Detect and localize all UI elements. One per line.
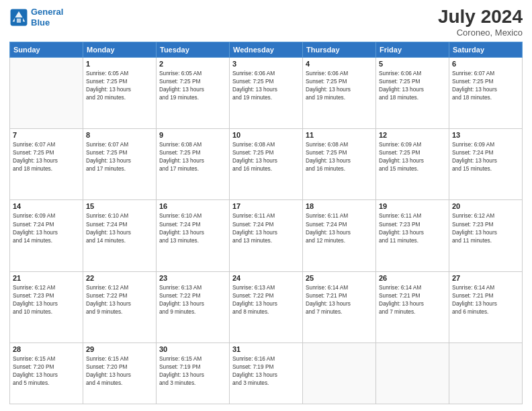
col-sunday: Sunday xyxy=(10,42,83,57)
col-monday: Monday xyxy=(83,42,157,57)
calendar-cell: 9Sunrise: 6:08 AMSunset: 7:25 PMDaylight… xyxy=(157,129,230,200)
day-number: 13 xyxy=(452,131,519,139)
day-info: Sunrise: 6:14 AMSunset: 7:21 PMDaylight:… xyxy=(306,283,373,316)
day-number: 21 xyxy=(13,274,80,282)
calendar-cell: 18Sunrise: 6:11 AMSunset: 7:24 PMDayligh… xyxy=(303,200,376,271)
calendar-cell: 31Sunrise: 6:16 AMSunset: 7:19 PMDayligh… xyxy=(230,343,303,404)
day-number: 11 xyxy=(306,131,373,139)
day-info: Sunrise: 6:11 AMSunset: 7:24 PMDaylight:… xyxy=(232,212,300,244)
calendar-cell: 21Sunrise: 6:12 AMSunset: 7:23 PMDayligh… xyxy=(10,271,83,342)
calendar-header-row: Sunday Monday Tuesday Wednesday Thursday… xyxy=(10,42,523,57)
page: General Blue July 2024 Coroneo, Mexico S… xyxy=(0,0,532,411)
day-number: 23 xyxy=(159,274,226,282)
day-info: Sunrise: 6:10 AMSunset: 7:24 PMDaylight:… xyxy=(86,212,153,244)
logo-text: General Blue xyxy=(31,7,63,28)
day-info: Sunrise: 6:14 AMSunset: 7:21 PMDaylight:… xyxy=(379,283,446,316)
day-number: 19 xyxy=(379,202,446,210)
calendar-cell: 3Sunrise: 6:06 AMSunset: 7:25 PMDaylight… xyxy=(230,57,303,128)
calendar-cell: 6Sunrise: 6:07 AMSunset: 7:25 PMDaylight… xyxy=(449,57,523,128)
day-info: Sunrise: 6:15 AMSunset: 7:19 PMDaylight:… xyxy=(159,355,226,387)
day-number: 5 xyxy=(379,60,446,68)
day-number: 10 xyxy=(232,131,300,139)
calendar-cell: 4Sunrise: 6:06 AMSunset: 7:25 PMDaylight… xyxy=(303,57,376,128)
day-number: 26 xyxy=(379,274,446,282)
day-number: 1 xyxy=(86,60,153,68)
logo-line1: General xyxy=(31,7,63,17)
calendar-cell: 19Sunrise: 6:11 AMSunset: 7:23 PMDayligh… xyxy=(376,200,449,271)
calendar-cell xyxy=(449,343,523,404)
calendar-cell: 22Sunrise: 6:12 AMSunset: 7:22 PMDayligh… xyxy=(83,271,157,342)
day-number: 18 xyxy=(306,202,373,210)
logo-icon xyxy=(9,8,28,27)
calendar-cell xyxy=(376,343,449,404)
calendar-cell: 7Sunrise: 6:07 AMSunset: 7:25 PMDaylight… xyxy=(10,129,83,200)
day-number: 8 xyxy=(86,131,153,139)
title-block: July 2024 Coroneo, Mexico xyxy=(438,7,523,38)
day-info: Sunrise: 6:15 AMSunset: 7:20 PMDaylight:… xyxy=(13,355,80,387)
day-info: Sunrise: 6:08 AMSunset: 7:25 PMDaylight:… xyxy=(232,140,300,173)
day-info: Sunrise: 6:06 AMSunset: 7:25 PMDaylight:… xyxy=(232,69,300,101)
calendar-cell: 12Sunrise: 6:09 AMSunset: 7:25 PMDayligh… xyxy=(376,129,449,200)
day-number: 27 xyxy=(452,274,519,282)
col-thursday: Thursday xyxy=(303,42,376,57)
day-number: 17 xyxy=(232,202,300,210)
day-number: 3 xyxy=(232,60,300,68)
day-info: Sunrise: 6:11 AMSunset: 7:24 PMDaylight:… xyxy=(306,212,373,244)
day-number: 25 xyxy=(306,274,373,282)
calendar-cell: 25Sunrise: 6:14 AMSunset: 7:21 PMDayligh… xyxy=(303,271,376,342)
day-number: 20 xyxy=(452,202,519,210)
calendar-cell: 15Sunrise: 6:10 AMSunset: 7:24 PMDayligh… xyxy=(83,200,157,271)
day-number: 7 xyxy=(13,131,80,139)
calendar-cell: 24Sunrise: 6:13 AMSunset: 7:22 PMDayligh… xyxy=(230,271,303,342)
calendar-cell: 10Sunrise: 6:08 AMSunset: 7:25 PMDayligh… xyxy=(230,129,303,200)
calendar-cell: 23Sunrise: 6:13 AMSunset: 7:22 PMDayligh… xyxy=(157,271,230,342)
day-info: Sunrise: 6:08 AMSunset: 7:25 PMDaylight:… xyxy=(306,140,373,173)
day-info: Sunrise: 6:07 AMSunset: 7:25 PMDaylight:… xyxy=(86,140,153,173)
day-number: 29 xyxy=(86,345,153,353)
day-number: 30 xyxy=(159,345,226,353)
calendar-cell: 29Sunrise: 6:15 AMSunset: 7:20 PMDayligh… xyxy=(83,343,157,404)
day-info: Sunrise: 6:13 AMSunset: 7:22 PMDaylight:… xyxy=(232,283,300,316)
calendar-cell: 1Sunrise: 6:05 AMSunset: 7:25 PMDaylight… xyxy=(83,57,157,128)
day-info: Sunrise: 6:10 AMSunset: 7:24 PMDaylight:… xyxy=(159,212,226,244)
calendar-cell: 16Sunrise: 6:10 AMSunset: 7:24 PMDayligh… xyxy=(157,200,230,271)
day-info: Sunrise: 6:16 AMSunset: 7:19 PMDaylight:… xyxy=(232,355,300,387)
day-info: Sunrise: 6:09 AMSunset: 7:24 PMDaylight:… xyxy=(452,140,519,173)
col-friday: Friday xyxy=(376,42,449,57)
day-number: 9 xyxy=(159,131,226,139)
col-tuesday: Tuesday xyxy=(157,42,230,57)
calendar-cell: 27Sunrise: 6:14 AMSunset: 7:21 PMDayligh… xyxy=(449,271,523,342)
calendar-cell: 30Sunrise: 6:15 AMSunset: 7:19 PMDayligh… xyxy=(157,343,230,404)
day-info: Sunrise: 6:13 AMSunset: 7:22 PMDaylight:… xyxy=(159,283,226,316)
calendar-cell xyxy=(303,343,376,404)
calendar-cell: 2Sunrise: 6:05 AMSunset: 7:25 PMDaylight… xyxy=(157,57,230,128)
day-info: Sunrise: 6:12 AMSunset: 7:22 PMDaylight:… xyxy=(86,283,153,316)
svg-rect-3 xyxy=(17,18,21,22)
day-number: 31 xyxy=(232,345,300,353)
day-info: Sunrise: 6:15 AMSunset: 7:20 PMDaylight:… xyxy=(86,355,153,387)
calendar-table: Sunday Monday Tuesday Wednesday Thursday… xyxy=(9,42,523,404)
day-number: 6 xyxy=(452,60,519,68)
col-saturday: Saturday xyxy=(449,42,523,57)
day-number: 2 xyxy=(159,60,226,68)
day-number: 24 xyxy=(232,274,300,282)
day-info: Sunrise: 6:12 AMSunset: 7:23 PMDaylight:… xyxy=(13,283,80,316)
col-wednesday: Wednesday xyxy=(230,42,303,57)
calendar-cell: 20Sunrise: 6:12 AMSunset: 7:23 PMDayligh… xyxy=(449,200,523,271)
calendar-cell: 11Sunrise: 6:08 AMSunset: 7:25 PMDayligh… xyxy=(303,129,376,200)
location: Coroneo, Mexico xyxy=(438,28,523,38)
calendar-cell xyxy=(10,57,83,128)
day-info: Sunrise: 6:09 AMSunset: 7:24 PMDaylight:… xyxy=(13,212,80,244)
calendar-cell: 5Sunrise: 6:06 AMSunset: 7:25 PMDaylight… xyxy=(376,57,449,128)
day-info: Sunrise: 6:14 AMSunset: 7:21 PMDaylight:… xyxy=(452,283,519,316)
calendar-cell: 17Sunrise: 6:11 AMSunset: 7:24 PMDayligh… xyxy=(230,200,303,271)
calendar-cell: 26Sunrise: 6:14 AMSunset: 7:21 PMDayligh… xyxy=(376,271,449,342)
day-number: 4 xyxy=(306,60,373,68)
day-info: Sunrise: 6:05 AMSunset: 7:25 PMDaylight:… xyxy=(159,69,226,101)
logo-line2: Blue xyxy=(31,17,50,28)
day-number: 28 xyxy=(13,345,80,353)
day-number: 15 xyxy=(86,202,153,210)
day-number: 22 xyxy=(86,274,153,282)
header: General Blue July 2024 Coroneo, Mexico xyxy=(9,7,523,38)
day-number: 14 xyxy=(13,202,80,210)
